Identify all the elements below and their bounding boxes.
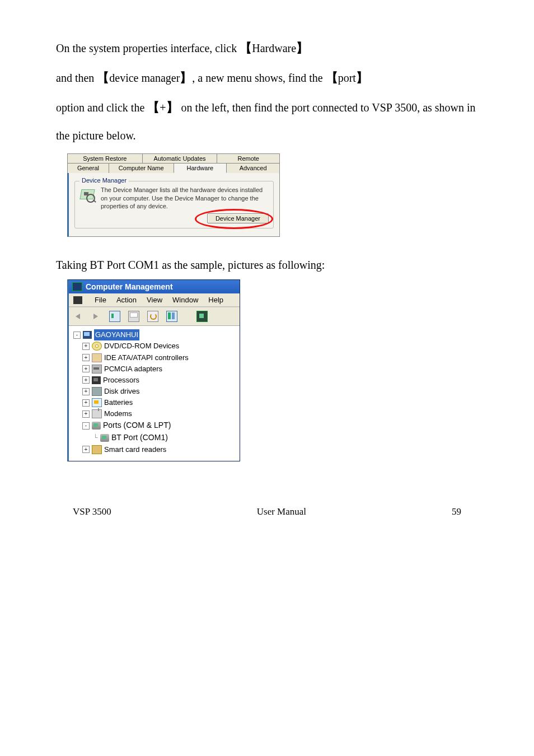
menu-file[interactable]: File (95, 296, 106, 304)
tree-node-disk[interactable]: + Disk drives (71, 386, 237, 397)
tab-remote[interactable]: Remote (217, 153, 280, 163)
tree-node-pcmcia[interactable]: + PCMCIA adapters (71, 363, 237, 375)
pcmcia-icon (92, 365, 102, 374)
footer-product: VSP 3500 (73, 506, 111, 517)
node-label: Modems (104, 408, 132, 419)
bracket-open: 【 (147, 100, 160, 114)
menu-window[interactable]: Window (172, 296, 198, 304)
tab-system-restore[interactable]: System Restore (67, 153, 143, 163)
device-manager-button[interactable]: Device Manager (207, 213, 269, 223)
computer-icon (83, 331, 92, 339)
toolbar (69, 307, 240, 326)
window-title-bar: Computer Management (69, 280, 240, 293)
expand-icon[interactable]: + (82, 410, 90, 418)
tab-computer-name[interactable]: Computer Name (109, 163, 174, 173)
smart-card-icon (92, 445, 102, 454)
window-title: Computer Management (86, 282, 173, 291)
bracket-close: 】 (180, 71, 192, 85)
page-footer: VSP 3500 User Manual 59 (56, 461, 478, 517)
tab-row-front: General Computer Name Hardware Advanced (67, 163, 280, 173)
footer-page-number: 59 (452, 506, 461, 517)
ide-controller-icon (92, 353, 102, 362)
tree-node-ports[interactable]: - Ports (COM & LPT) (71, 419, 237, 432)
menu-help[interactable]: Help (208, 296, 223, 304)
tab-label: Advanced (240, 165, 267, 171)
system-menu-icon[interactable] (73, 296, 82, 304)
button-label: Device Manager (216, 215, 260, 222)
device-manager-icon (79, 186, 96, 203)
link-devmgr: device manager (109, 72, 180, 84)
tab-advanced[interactable]: Advanced (226, 163, 280, 173)
menu-view[interactable]: View (147, 296, 162, 304)
tree-node-ide[interactable]: + IDE ATA/ATAPI controllers (71, 352, 237, 363)
menu-action[interactable]: Action (116, 296, 137, 304)
forward-icon[interactable] (91, 311, 101, 321)
tree-node-dvd[interactable]: + DVD/CD-ROM Devices (71, 340, 237, 352)
tab-general[interactable]: General (67, 163, 109, 173)
link-plus: + (160, 101, 166, 114)
device-manager-description: The Device Manager lists all the hardwar… (101, 186, 269, 210)
tree-node-smartcard[interactable]: + Smart card readers (71, 444, 237, 455)
node-label: BT Port (COM1) (111, 432, 168, 444)
properties-icon[interactable] (196, 311, 208, 322)
bracket-close: 】 (166, 100, 179, 114)
up-icon[interactable] (109, 311, 120, 322)
hardware-tab-panel: Device Manager The Device Manager lists … (67, 173, 280, 237)
expand-icon[interactable]: + (82, 446, 90, 453)
node-label: Disk drives (104, 386, 140, 397)
tab-row-back: System Restore Automatic Updates Remote (67, 153, 280, 163)
port-icon (100, 434, 109, 442)
tree-node-batteries[interactable]: + Batteries (71, 397, 237, 408)
tab-hardware[interactable]: Hardware (174, 163, 227, 173)
para-text: option and click the (56, 101, 147, 114)
para-text: , a new menu shows, find the (192, 72, 325, 84)
tab-label: System Restore (83, 155, 127, 162)
bracket-close: 】 (356, 71, 368, 85)
collapse-icon[interactable]: - (82, 422, 90, 430)
tree-node-bt-port[interactable]: └ BT Port (COM1) (71, 432, 237, 444)
link-port: port (338, 72, 356, 84)
expand-icon[interactable]: + (82, 388, 90, 395)
node-label: Batteries (104, 397, 133, 408)
computer-management-window: Computer Management File Action View Win… (67, 279, 240, 461)
node-label: Ports (COM & LPT) (103, 419, 171, 432)
cd-drive-icon (92, 342, 102, 351)
root-label: GAOYANHUI (94, 329, 139, 340)
tab-label: Remote (237, 155, 259, 162)
tab-automatic-updates[interactable]: Automatic Updates (142, 153, 218, 163)
expand-icon[interactable]: + (82, 376, 90, 384)
show-hide-tree-icon[interactable] (166, 311, 177, 322)
expand-icon[interactable]: + (82, 399, 90, 407)
node-label: DVD/CD-ROM Devices (104, 340, 179, 352)
tree-node-processors[interactable]: + Processors (71, 375, 237, 386)
para-text: and then (56, 72, 97, 84)
node-label: PCMCIA adapters (104, 363, 162, 375)
tab-label: General (77, 165, 99, 171)
device-tree: - GAOYANHUI + DVD/CD-ROM Devices + IDE A… (69, 326, 240, 461)
footer-doc-title: User Manual (257, 506, 306, 517)
collapse-icon[interactable]: - (73, 332, 81, 339)
tab-label: Computer Name (119, 165, 164, 171)
tree-node-modems[interactable]: + Modems (71, 408, 237, 419)
port-icon (92, 422, 101, 430)
back-icon[interactable] (73, 311, 83, 321)
expand-icon[interactable]: + (82, 343, 90, 350)
para-text: On the system properties interface, clic… (56, 42, 240, 54)
bracket-open: 【 (97, 71, 109, 85)
battery-icon (92, 398, 102, 407)
tree-connector-icon: └ (93, 433, 98, 442)
bracket-close: 】 (296, 41, 308, 55)
sub-paragraph: Taking BT Port COM1 as the sample, pictu… (56, 254, 478, 276)
body-paragraph: On the system properties interface, clic… (56, 34, 478, 149)
device-manager-group: Device Manager The Device Manager lists … (74, 181, 274, 228)
tab-label: Hardware (187, 165, 214, 171)
node-label: Smart card readers (104, 444, 166, 455)
print-icon[interactable] (128, 311, 139, 322)
expand-icon[interactable]: + (82, 354, 90, 361)
expand-icon[interactable]: + (82, 365, 90, 372)
processor-icon (92, 376, 101, 384)
refresh-icon[interactable] (147, 311, 158, 322)
fieldset-legend: Device Manager (79, 177, 129, 184)
tab-label: Automatic Updates (154, 155, 206, 162)
tree-root[interactable]: - GAOYANHUI (71, 329, 237, 340)
